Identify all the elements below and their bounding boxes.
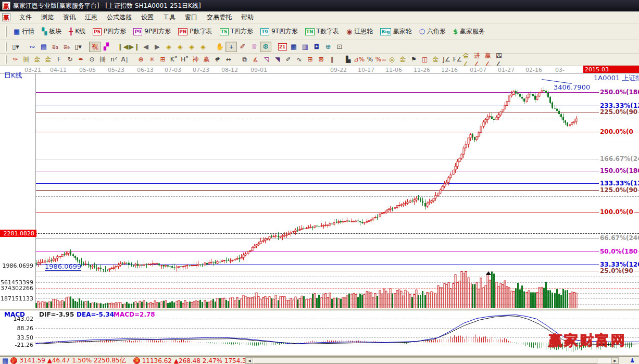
gann-crown-icon[interactable]: ♕ [248,42,260,52]
winner-service-button[interactable]: $赢家服务 [449,26,488,37]
scroll-left-button[interactable]: ◀ [246,358,253,363]
ying-fence-icon[interactable]: 赢 [201,55,212,64]
pattern-tool-icon[interactable]: ∾ [27,42,38,52]
status-user-icon[interactable]: ♟ [630,357,635,364]
angle-ying-icon[interactable]: 赢∠ [485,55,496,64]
gold-circle-icon[interactable]: ◎ [386,55,397,64]
quotes-button[interactable]: ▦行情 [10,26,38,37]
grid-red-icon[interactable]: ⊞ [305,55,316,64]
candlestick-canvas[interactable] [0,66,639,308]
scroll-thumb[interactable] [254,358,597,363]
red-pen-icon[interactable]: ✒ [76,55,86,64]
chart-9-icon[interactable]: ʬ₉ [61,42,72,52]
toolbar-drag-handle[interactable] [5,42,7,52]
target-circle-icon[interactable]: ⊕ [135,55,146,64]
page-prev-icon[interactable]: ◀ [140,42,152,52]
fan-box-icon[interactable]: ◹ [261,55,272,64]
sectors-button[interactable]: ▚板块 [38,26,65,37]
print-icon[interactable]: ⊡ [334,42,345,52]
diamond-v-icon[interactable]: ◈ [197,42,209,52]
flag-pen-icon[interactable]: ⚑ [408,55,419,64]
fan-box-2-icon[interactable]: ◥ [272,55,283,64]
save-icon[interactable]: ◘ [311,42,322,52]
notes-icon[interactable]: ▥ [299,42,311,52]
t-square-button[interactable]: TST四方形 [216,26,257,37]
pencil-line-icon[interactable]: ✐ [283,55,294,64]
skip-last-icon[interactable]: ▶❙ [129,42,140,52]
gann-fence-icon[interactable]: 卌 [21,55,32,64]
angle-jin-icon[interactable]: 进∠ [474,55,485,64]
plain-fence-icon[interactable]: 卌 [97,55,108,64]
menu-浏览[interactable]: 浏览 [36,12,58,22]
angle-pct-icon[interactable]: ⊿% [354,55,365,64]
menu-帮助[interactable]: 帮助 [236,12,258,22]
menu-交易委托[interactable]: 交易委托 [202,12,236,22]
box-plus-icon[interactable]: ⧉ [239,55,250,64]
shen-fence-icon[interactable]: 神 [190,55,201,64]
fan-lines-icon[interactable]: ∡ [250,55,261,64]
menu-窗口[interactable]: 窗口 [180,12,202,22]
view-frame-icon[interactable]: 视 [89,42,101,52]
menu-公式选股[interactable]: 公式选股 [102,12,136,22]
diamond-left-icon[interactable]: ◈ [163,42,174,52]
p-table-button[interactable]: PNP数字表 [174,26,216,37]
p-square-button[interactable]: PSP四方形 [89,26,130,37]
9t-square-button[interactable]: T99T四方形 [257,26,302,37]
diamond-h-icon[interactable]: ◈ [186,42,197,52]
page-next-icon[interactable]: ▶ [152,42,163,52]
k-quote-icon[interactable]: Kʺ [168,55,179,64]
zigzag-tool-icon[interactable]: ∿ [294,55,305,64]
gold-underline-icon[interactable]: 金 [430,55,441,64]
grid-red-2-icon[interactable]: ⊠ [316,55,327,64]
h-quote-icon[interactable]: Hʺ [179,55,190,64]
web-link-icon[interactable]: ⊕ [322,42,334,52]
chart-horizontal-scrollbar[interactable]: ◀ ▶ [245,357,619,364]
menu-设置[interactable]: 设置 [136,12,158,22]
zoom-tool-icon[interactable]: ✐ [237,42,248,52]
kline-button[interactable]: ╫K线 [65,26,89,37]
star-web-icon[interactable]: ✳ [146,55,157,64]
span-measure-icon[interactable]: ↔ [223,55,234,64]
gold-fence-1-icon[interactable]: 金 [32,55,43,64]
spiral-tool-icon[interactable]: ↻ [65,55,76,64]
angle-f-icon[interactable]: F∠ [452,55,463,64]
9p-square-button[interactable]: P99P四方形 [130,26,174,37]
diamond-right-icon[interactable]: ◈ [174,42,186,52]
list-view-icon[interactable]: ▤ [38,42,49,52]
angle-j-icon[interactable]: J∠ [441,55,452,64]
angle-gold-icon[interactable]: 金∠ [463,55,474,64]
square-web-icon[interactable]: ⊞ [157,55,168,64]
winner-wheel-button[interactable]: Big赢家轮 [377,26,415,37]
n2-fence-icon[interactable]: n² [108,55,119,64]
menu-资讯[interactable]: 资讯 [58,12,80,22]
color-chart-icon[interactable]: ▞ [101,42,112,52]
hist-panel-icon[interactable]: ▙ [343,55,354,64]
pct-lines-icon[interactable]: %= [375,55,386,64]
skip-first-icon[interactable]: ❙◀ [117,42,129,52]
calculator-icon[interactable]: ▦ [288,42,299,52]
time-circle-icon[interactable]: ⊙ [86,55,97,64]
percent-tool-icon[interactable]: % [365,55,375,64]
hexagon-button[interactable]: ⬡六角形 [416,26,449,37]
menu-江恩[interactable]: 江恩 [80,12,102,22]
f-fence-icon[interactable]: F [54,55,65,64]
parallel-lines-icon[interactable]: ∥ [327,55,337,64]
gann-wheel-tool-icon[interactable]: ❆ [260,42,271,52]
t-table-button[interactable]: TNT数字表 [302,26,343,37]
gold-lines-icon[interactable]: 金 [397,55,408,64]
angle-si-icon[interactable]: 四∠ [496,55,507,64]
calendar-icon[interactable]: 21 [277,42,288,52]
gold-fence-2-icon[interactable]: 金 [43,55,54,64]
brush-tool-icon[interactable]: ✑ [10,55,21,64]
a-line-icon[interactable]: A∣ [119,55,130,64]
menu-工具[interactable]: 工具 [158,12,180,22]
wave-box-icon[interactable]: ◫ [419,55,430,64]
candle-style-icon[interactable]: ▯▾ [72,42,84,52]
num-fence-icon[interactable]: # [212,55,223,64]
toolbar-drag-handle[interactable] [5,26,7,37]
gann-wheel-button[interactable]: ◉江恩轮 [343,26,377,37]
toolbar-drag-handle[interactable] [5,55,7,63]
pan-hand-icon[interactable]: ✋ [214,42,225,52]
quote-grid-icon[interactable]: ▦ [2,357,8,364]
period-selector-icon[interactable]: ▯▾ [10,42,21,52]
